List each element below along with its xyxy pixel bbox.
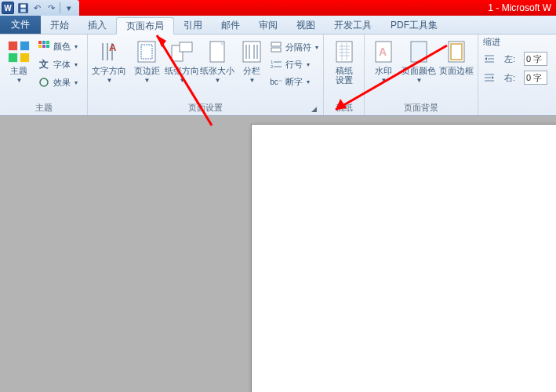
svg-rect-1 bbox=[20, 4, 26, 7]
save-icon[interactable] bbox=[17, 2, 28, 13]
tab-pdf-tools[interactable]: PDF工具集 bbox=[381, 16, 447, 34]
orientation-button[interactable]: 纸张方向▼ bbox=[166, 36, 198, 84]
page-border-icon bbox=[444, 39, 469, 64]
theme-colors-button[interactable]: 颜色▾ bbox=[36, 38, 79, 55]
quick-access-toolbar: W ↶ ↷ ▾ bbox=[0, 0, 79, 16]
indent-right-label: 右: bbox=[504, 72, 521, 84]
page-borders-button[interactable]: 页面边框 bbox=[438, 36, 474, 75]
tab-insert[interactable]: 插入 bbox=[78, 16, 116, 34]
svg-rect-11 bbox=[42, 45, 45, 48]
breaks-button[interactable]: 分隔符▾ bbox=[268, 38, 320, 56]
hyphenation-icon: bc⁻ bbox=[270, 75, 282, 88]
qat-customize-icon[interactable]: ▾ bbox=[64, 2, 74, 13]
svg-text:2: 2 bbox=[271, 64, 274, 69]
columns-icon bbox=[239, 39, 264, 64]
svg-rect-4 bbox=[20, 42, 29, 50]
tab-home[interactable]: 开始 bbox=[41, 16, 78, 34]
indent-right-input[interactable]: 0 字 bbox=[524, 71, 547, 85]
svg-rect-6 bbox=[20, 53, 29, 62]
svg-rect-2 bbox=[20, 9, 26, 12]
page-color-icon bbox=[406, 39, 431, 64]
tab-page-layout[interactable]: 页面布局 bbox=[116, 17, 174, 34]
svg-rect-28 bbox=[271, 42, 281, 46]
breaks-icon bbox=[270, 41, 282, 53]
svg-rect-8 bbox=[42, 41, 45, 44]
text-direction-icon: A bbox=[96, 39, 122, 64]
line-numbers-button[interactable]: 12 行号▾ bbox=[268, 56, 320, 73]
group-background: A 水印▼ 页面颜色▼ 页面边框 页面背景 bbox=[365, 34, 478, 115]
group-paper: 稿纸 设置 稿纸 bbox=[324, 34, 365, 115]
indent-left-label: 左: bbox=[504, 53, 521, 65]
ribbon-tabs: 文件 开始 插入 页面布局 引用 邮件 审阅 视图 开发工具 PDF工具集 bbox=[0, 16, 556, 34]
tab-file[interactable]: 文件 bbox=[0, 15, 41, 34]
word-app-icon[interactable]: W bbox=[2, 2, 14, 14]
text-direction-button[interactable]: A 文字方向▼ bbox=[91, 36, 127, 84]
svg-rect-23 bbox=[243, 42, 260, 62]
margins-icon bbox=[134, 39, 159, 64]
ribbon: 主题 ▼ 颜色▾ 文 字体▾ 效果▾ 主题 bbox=[0, 34, 556, 116]
svg-rect-43 bbox=[411, 42, 427, 62]
indent-right-icon bbox=[483, 71, 496, 84]
watermark-icon: A bbox=[371, 39, 396, 64]
fonts-icon: 文 bbox=[38, 58, 50, 71]
svg-rect-21 bbox=[180, 42, 192, 52]
page-setup-launcher[interactable]: ◢ bbox=[309, 104, 318, 114]
indent-title: 缩进 bbox=[483, 36, 500, 48]
columns-button[interactable]: 分栏▼ bbox=[237, 36, 267, 84]
svg-rect-12 bbox=[46, 45, 49, 48]
svg-point-13 bbox=[40, 78, 48, 86]
tab-mailings[interactable]: 邮件 bbox=[212, 16, 249, 34]
svg-text:A: A bbox=[379, 45, 387, 58]
svg-rect-29 bbox=[271, 48, 281, 52]
undo-icon[interactable]: ↶ bbox=[31, 2, 42, 13]
dropdown-icon: ▼ bbox=[16, 77, 23, 84]
svg-rect-9 bbox=[46, 41, 49, 44]
size-button[interactable]: 纸张大小▼ bbox=[199, 36, 235, 84]
svg-rect-34 bbox=[336, 42, 352, 62]
group-page-setup-label: 页面设置 ◢ bbox=[91, 100, 320, 115]
colors-icon bbox=[38, 40, 50, 53]
paper-icon bbox=[332, 39, 357, 64]
watermark-button[interactable]: A 水印▼ bbox=[368, 36, 399, 84]
group-theme-label: 主题 bbox=[3, 100, 84, 115]
tab-view[interactable]: 视图 bbox=[287, 16, 325, 34]
document-workspace[interactable] bbox=[0, 116, 556, 392]
page-color-button[interactable]: 页面颜色▼ bbox=[401, 36, 437, 84]
hyphenation-button[interactable]: bc⁻ 断字▾ bbox=[268, 73, 320, 90]
paper-settings-button[interactable]: 稿纸 设置 bbox=[327, 36, 361, 85]
theme-fonts-button[interactable]: 文 字体▾ bbox=[36, 56, 79, 73]
qat-separator bbox=[60, 2, 60, 13]
indent-left-icon bbox=[483, 53, 496, 65]
svg-rect-10 bbox=[38, 45, 42, 48]
group-theme: 主题 ▼ 颜色▾ 文 字体▾ 效果▾ 主题 bbox=[0, 34, 88, 115]
margins-button[interactable]: 页边距▼ bbox=[129, 36, 165, 84]
tab-references[interactable]: 引用 bbox=[174, 16, 212, 34]
tab-developer[interactable]: 开发工具 bbox=[325, 16, 381, 34]
group-indent: 缩进 左: 0 字 右: 0 字 bbox=[478, 34, 556, 115]
themes-button[interactable]: 主题 ▼ bbox=[3, 36, 35, 84]
svg-rect-7 bbox=[38, 41, 42, 44]
size-icon bbox=[205, 39, 230, 64]
svg-rect-3 bbox=[9, 42, 17, 50]
svg-rect-5 bbox=[9, 53, 17, 62]
theme-effects-button[interactable]: 效果▾ bbox=[36, 74, 79, 91]
themes-icon bbox=[6, 39, 31, 64]
tab-review[interactable]: 审阅 bbox=[249, 16, 287, 34]
group-page-setup: A 文字方向▼ 页边距▼ 纸张方向▼ 纸张大小▼ 分栏▼ bbox=[88, 34, 324, 115]
line-numbers-icon: 12 bbox=[270, 58, 282, 71]
title-bar: W ↶ ↷ ▾ 1 - Microsoft W bbox=[0, 0, 556, 16]
tab-file-label: 文件 bbox=[11, 18, 30, 31]
document-page[interactable] bbox=[251, 124, 556, 392]
group-paper-label: 稿纸 bbox=[327, 100, 361, 115]
indent-left-input[interactable]: 0 字 bbox=[524, 52, 547, 66]
effects-icon bbox=[38, 76, 50, 89]
group-background-label: 页面背景 bbox=[368, 100, 474, 115]
window-title: 1 - Microsoft W bbox=[488, 2, 551, 13]
redo-icon[interactable]: ↷ bbox=[45, 2, 56, 13]
orientation-icon bbox=[169, 39, 194, 64]
svg-text:A: A bbox=[109, 42, 117, 53]
